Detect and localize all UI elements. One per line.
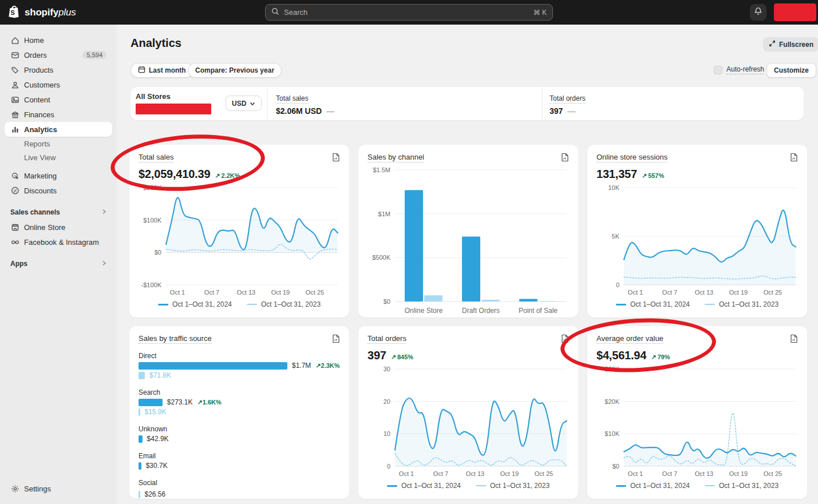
sidebar-item-content[interactable]: Content: [5, 92, 112, 107]
report-icon[interactable]: [561, 153, 569, 164]
sidebar-item-label: Discounts: [24, 186, 57, 195]
report-icon[interactable]: [332, 153, 340, 164]
svg-text:Oct 7: Oct 7: [662, 470, 677, 477]
sidebar-item-orders[interactable]: Orders5,594: [5, 47, 112, 62]
card-title-link[interactable]: Sales by traffic source: [139, 334, 212, 344]
svg-text:5K: 5K: [612, 233, 620, 240]
traffic-source-direct-link[interactable]: Direct: [139, 352, 156, 360]
redacted-account-button[interactable]: [774, 3, 816, 21]
online-store-sessions-chart: 10K5K0Oct 1Oct 7Oct 13Oct 19Oct 25: [596, 182, 798, 299]
bell-icon: [754, 7, 762, 18]
traffic-bar-previous: [139, 408, 140, 416]
sidebar-item-marketing[interactable]: Marketing: [5, 168, 112, 183]
chart-legend: Oct 1–Oct 31, 2024 Oct 1–Oct 31, 2023: [596, 300, 798, 308]
notifications-button[interactable]: [750, 4, 766, 21]
auto-refresh-checkbox[interactable]: [714, 66, 722, 74]
sidebar-item-discounts[interactable]: Discounts: [5, 183, 112, 198]
report-icon[interactable]: [790, 153, 798, 164]
fullscreen-button[interactable]: Fullscreen: [763, 37, 818, 51]
svg-text:$1M: $1M: [378, 211, 390, 217]
traffic-bar-previous: [139, 372, 145, 379]
svg-text:$30K: $30K: [604, 366, 619, 372]
chart-legend: Oct 1–Oct 31, 2024 Oct 1–Oct 31, 2023: [139, 300, 340, 308]
traffic-source-row: Social$26.56: [139, 477, 340, 498]
sidebar-item-products[interactable]: Products: [5, 62, 112, 77]
change-indicator: ↗2.2K%: [215, 172, 240, 180]
legend-dotted-swatch: [705, 485, 715, 486]
metric-value: 397: [367, 349, 386, 362]
legend-solid-swatch: [616, 485, 626, 487]
sidebar-item-label: Online Store: [24, 223, 65, 232]
products-icon: [10, 65, 19, 74]
sidebar-item-online-store[interactable]: Online Store: [5, 220, 112, 235]
card-title-link[interactable]: Total sales: [139, 153, 173, 162]
arrow-up-right-icon: ↗: [391, 354, 396, 360]
sidebar-item-home[interactable]: Home: [5, 33, 112, 47]
svg-text:-$100K: -$100K: [141, 281, 162, 288]
chevron-right-icon: [102, 260, 106, 268]
svg-text:Draft Orders: Draft Orders: [462, 307, 500, 315]
global-search[interactable]: ⌘ K: [265, 4, 553, 21]
change-indicator: ↗1.6K%: [197, 399, 222, 406]
card-title-link[interactable]: Average order value: [596, 334, 663, 344]
sidebar-section-apps[interactable]: Apps: [5, 256, 112, 271]
sidebar-item-facebook-instagram[interactable]: Facebook & Instagram: [5, 235, 112, 249]
total-sales-chart: $200K$100K$0-$100KOct 1Oct 7Oct 13Oct 19…: [139, 182, 340, 299]
sidebar-item-label: Reports: [24, 140, 50, 148]
traffic-source-email-link[interactable]: Email: [139, 452, 156, 460]
sidebar-item-customers[interactable]: Customers: [5, 77, 112, 92]
currency-select[interactable]: USD: [226, 96, 262, 111]
date-range-button[interactable]: Last month: [131, 63, 193, 78]
svg-text:Oct 13: Oct 13: [695, 470, 713, 477]
fullscreen-icon: [769, 40, 776, 49]
sidebar-item-label: Marketing: [24, 172, 57, 180]
sidebar-item-label: Facebook & Instagram: [24, 238, 99, 247]
traffic-source-social-link[interactable]: Social: [139, 479, 157, 487]
report-icon[interactable]: [561, 334, 569, 346]
total-sales-link[interactable]: Total sales: [276, 94, 309, 104]
traffic-source-unknown-link[interactable]: Unknown: [139, 425, 167, 433]
sidebar: HomeOrders5,594ProductsCustomersContentF…: [0, 25, 117, 504]
customize-button[interactable]: Customize: [766, 63, 816, 78]
divider: [5, 164, 112, 168]
search-input[interactable]: [284, 8, 529, 17]
content-icon: [10, 95, 19, 104]
metric-value: $2,059,410.39: [139, 168, 210, 181]
card-title-link[interactable]: Sales by channel: [367, 153, 424, 162]
sidebar-item-live-view[interactable]: Live View: [5, 150, 112, 164]
gear-icon: [10, 484, 19, 493]
svg-text:Oct 1: Oct 1: [399, 470, 414, 477]
sidebar-item-settings[interactable]: Settings: [5, 481, 112, 496]
sidebar-item-analytics[interactable]: Analytics: [5, 122, 112, 137]
sidebar-item-finances[interactable]: Finances: [5, 107, 112, 122]
calendar-icon: [138, 66, 145, 75]
report-icon[interactable]: [790, 334, 798, 346]
legend-dotted-swatch: [705, 304, 715, 305]
metric-value: $4,561.94: [596, 349, 646, 362]
sidebar-section-sales-channels[interactable]: Sales channels: [5, 205, 112, 220]
card-title-link[interactable]: Online store sessions: [596, 153, 667, 162]
svg-text:$0: $0: [155, 249, 161, 256]
legend-solid-swatch: [616, 304, 626, 305]
svg-text:0: 0: [387, 463, 390, 470]
traffic-value-previous: $26.56: [145, 490, 166, 498]
traffic-source-search-link[interactable]: Search: [139, 388, 160, 396]
svg-text:Oct 1: Oct 1: [628, 289, 643, 296]
card-title-link[interactable]: Total orders: [367, 334, 406, 344]
sidebar-item-label: Customers: [24, 81, 60, 89]
marketing-icon: [10, 171, 19, 180]
traffic-value: $42.9K: [147, 435, 169, 443]
arrow-up-right-icon: ↗: [642, 172, 647, 179]
customers-icon: [10, 80, 19, 89]
logo-text: shopifyplus: [25, 7, 76, 18]
svg-text:$0: $0: [612, 463, 619, 470]
sidebar-item-reports[interactable]: Reports: [5, 137, 112, 150]
svg-text:Oct 19: Oct 19: [729, 289, 748, 296]
all-stores-label[interactable]: All Stores: [136, 92, 171, 101]
card-average-order-value: Average order value $4,561.94 ↗79% $30K$…: [587, 326, 807, 499]
shopify-plus-logo[interactable]: S shopifyplus: [8, 5, 76, 21]
total-orders-link[interactable]: Total orders: [550, 94, 586, 104]
report-icon[interactable]: [332, 334, 340, 346]
page-title: Analytics: [131, 37, 181, 50]
compare-button[interactable]: Compare: Previous year: [188, 63, 282, 78]
